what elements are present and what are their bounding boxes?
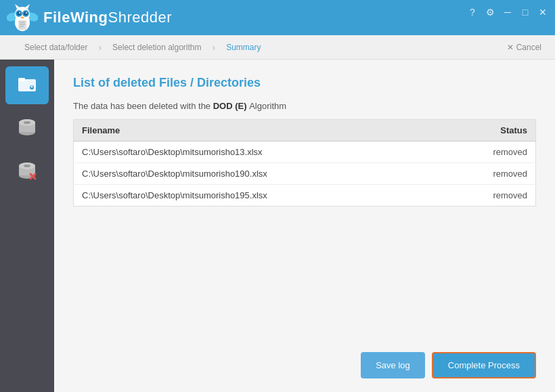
- cell-status: removed: [475, 163, 536, 185]
- cell-filename: C:\Users\softaro\Desktop\mitsumorisho13.…: [74, 141, 475, 163]
- sidebar: [0, 60, 54, 392]
- svg-point-8: [17, 12, 21, 16]
- maximize-button[interactable]: □: [518, 5, 532, 19]
- col-header-filename: Filename: [74, 120, 475, 141]
- svg-rect-13: [18, 20, 26, 30]
- help-button[interactable]: ?: [466, 5, 479, 19]
- sidebar-item-disk-remove[interactable]: [5, 153, 49, 191]
- table-row: C:\Users\softaro\Desktop\mitsumorisho190…: [74, 163, 536, 185]
- svg-point-10: [19, 12, 20, 14]
- cell-filename: C:\Users\softaro\Desktop\mitsumorisho190…: [74, 163, 475, 185]
- app-title: FileWingShredder: [43, 9, 172, 26]
- table-row: C:\Users\softaro\Desktop\mitsumorisho195…: [74, 185, 536, 206]
- svg-point-24: [24, 121, 30, 124]
- complete-process-button[interactable]: Complete Process: [432, 352, 536, 378]
- window-controls[interactable]: ? ⚙ ─ □ ✕: [466, 5, 550, 19]
- col-header-status: Status: [475, 120, 536, 141]
- svg-point-9: [24, 12, 28, 16]
- algorithm-name: DOD (E): [213, 101, 249, 111]
- breadcrumb-step1[interactable]: Select data/folder: [14, 35, 98, 60]
- page-title: List of deleted Files / Directories: [73, 76, 536, 90]
- sidebar-item-files[interactable]: [5, 66, 49, 104]
- svg-point-11: [26, 12, 27, 14]
- breadcrumb-step3[interactable]: Summary: [215, 35, 271, 60]
- app-logo: FileWingShredder: [7, 2, 172, 33]
- info-text: The data has been deleted with the DOD (…: [73, 101, 536, 111]
- file-table: Filename Status C:\Users\softaro\Desktop…: [73, 119, 536, 206]
- breadcrumb-step2[interactable]: Select deletion algorithm: [102, 35, 212, 60]
- save-log-button[interactable]: Save log: [361, 352, 425, 378]
- cancel-link[interactable]: ✕ Cancel: [507, 43, 541, 52]
- cell-status: removed: [475, 141, 536, 163]
- sidebar-item-disk[interactable]: [5, 110, 49, 148]
- table-header-row: Filename Status: [74, 120, 536, 141]
- minimize-button[interactable]: ─: [501, 5, 514, 19]
- cell-status: removed: [475, 185, 536, 206]
- svg-rect-18: [18, 78, 25, 81]
- settings-button[interactable]: ⚙: [483, 5, 497, 19]
- folder-icon: [17, 74, 37, 97]
- cancel-x-icon: ✕: [507, 43, 514, 52]
- disk-icon: [17, 117, 37, 140]
- breadcrumb: Select data/folder › Select deletion alg…: [0, 35, 555, 60]
- svg-point-28: [24, 165, 30, 167]
- titlebar: FileWingShredder ? ⚙ ─ □ ✕: [0, 0, 555, 35]
- table-row: C:\Users\softaro\Desktop\mitsumorisho13.…: [74, 141, 536, 163]
- footer: Save log Complete Process: [73, 341, 536, 378]
- main-layout: List of deleted Files / Directories The …: [0, 60, 555, 392]
- close-button[interactable]: ✕: [536, 5, 550, 19]
- cell-filename: C:\Users\softaro\Desktop\mitsumorisho195…: [74, 185, 475, 206]
- content-area: List of deleted Files / Directories The …: [54, 60, 555, 392]
- app-logo-icon: [7, 2, 38, 33]
- disk-remove-icon: [17, 160, 37, 183]
